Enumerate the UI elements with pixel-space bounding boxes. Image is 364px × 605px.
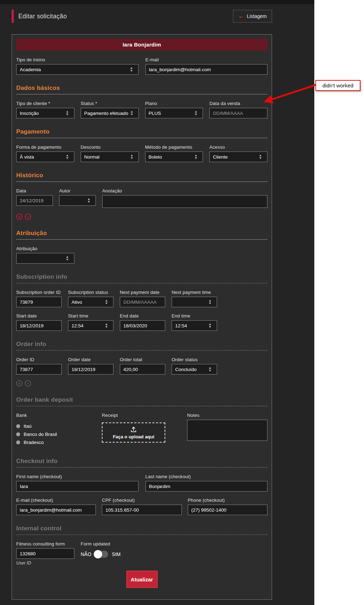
start-time-select[interactable]: 12:54 bbox=[68, 320, 113, 331]
order-date-label: Order date bbox=[68, 357, 113, 362]
page-title: Editar solicitação bbox=[18, 13, 67, 20]
start-time-label: Start time bbox=[68, 313, 113, 319]
plano-select[interactable]: PLUS bbox=[145, 108, 203, 118]
atribuicao-select[interactable] bbox=[16, 253, 74, 264]
status-label: Status * bbox=[81, 101, 139, 106]
receipt-upload-dropzone[interactable]: Faça o upload aqui bbox=[102, 422, 165, 443]
select-arrows-icon bbox=[130, 67, 133, 72]
order-status-select[interactable]: Concluído bbox=[172, 364, 217, 375]
subscription-order-id-input[interactable] bbox=[16, 297, 62, 307]
fitness-form-input[interactable] bbox=[16, 548, 74, 559]
notes-textarea[interactable] bbox=[187, 420, 267, 441]
select-arrows-icon bbox=[87, 198, 91, 203]
add-row-icon[interactable]: + bbox=[16, 214, 23, 220]
upload-icon bbox=[130, 426, 137, 433]
metodo-pagamento-label: Método de pagamento bbox=[145, 144, 203, 150]
section-internal-control: Internal control bbox=[16, 525, 267, 535]
bank-radio-itau[interactable]: Itaú bbox=[16, 424, 95, 429]
form-updated-toggle[interactable] bbox=[95, 551, 108, 558]
order-date-input[interactable] bbox=[68, 364, 113, 375]
annotation-note: didn't worked bbox=[315, 80, 360, 91]
cpf-input[interactable] bbox=[102, 505, 181, 515]
section-subscription-info: Subscription info bbox=[16, 273, 267, 283]
phone-input[interactable] bbox=[188, 505, 267, 515]
annotation-arrow bbox=[260, 79, 320, 106]
anotacao-label: Anotação bbox=[102, 188, 267, 193]
status-select[interactable]: Pagamento efetuado bbox=[81, 108, 139, 118]
select-arrows-icon bbox=[259, 155, 262, 159]
data-venda-input[interactable] bbox=[209, 108, 267, 118]
next-payment-time-select[interactable] bbox=[172, 297, 217, 307]
order-id-input[interactable] bbox=[16, 364, 62, 375]
atualizar-button[interactable]: Atualizar bbox=[127, 571, 158, 588]
email-input[interactable] bbox=[146, 64, 268, 75]
section-order-bank-deposit: Order bank deposit bbox=[16, 396, 267, 406]
plano-label: Plano bbox=[145, 101, 203, 106]
toggle-knob bbox=[94, 550, 102, 558]
subscription-status-label: Subscription status bbox=[68, 290, 113, 295]
title-accent-bar bbox=[12, 10, 14, 23]
end-time-select[interactable]: 12:54 bbox=[172, 320, 217, 331]
toggle-on-label: SIM bbox=[112, 551, 121, 557]
select-arrows-icon bbox=[66, 155, 69, 159]
header: Editar solicitação ← Listagem bbox=[12, 8, 272, 24]
section-order-info: Order info bbox=[16, 341, 267, 351]
select-arrows-icon bbox=[130, 155, 134, 159]
end-date-input[interactable] bbox=[120, 320, 165, 331]
forma-pagamento-select[interactable]: À vista bbox=[16, 152, 74, 162]
section-historico: Histórico bbox=[16, 172, 267, 182]
tipo-treino-select[interactable]: Academia bbox=[16, 64, 138, 75]
listagem-button[interactable]: ← Listagem bbox=[233, 10, 272, 23]
bank-label: Bank bbox=[16, 413, 95, 418]
radio-icon bbox=[16, 440, 20, 444]
select-arrows-icon bbox=[195, 155, 198, 159]
bank-radio-banco-do-brasil[interactable]: Banco do Brasil bbox=[16, 432, 95, 437]
order-total-label: Order total bbox=[120, 357, 165, 362]
tipo-cliente-label: Tipo de cliente * bbox=[16, 101, 74, 106]
acesso-label: Acesso bbox=[209, 144, 267, 150]
autor-select[interactable] bbox=[59, 195, 96, 206]
metodo-pagamento-select[interactable]: Boleto bbox=[145, 152, 203, 162]
acesso-select[interactable]: Cliente bbox=[209, 152, 267, 162]
remove-row-icon[interactable]: − bbox=[25, 214, 31, 220]
add-row-icon[interactable]: + bbox=[16, 380, 23, 387]
order-total-input[interactable] bbox=[120, 364, 165, 375]
notes-label: Notes bbox=[187, 413, 267, 418]
customer-name-banner: Iara Bonjardim bbox=[16, 39, 267, 50]
receipt-label: Receipt bbox=[102, 413, 181, 418]
anotacao-textarea[interactable] bbox=[102, 195, 267, 208]
forma-pagamento-label: Forma de pagamento bbox=[16, 144, 74, 150]
first-name-input[interactable] bbox=[16, 481, 138, 492]
bank-radio-bradesco[interactable]: Bradesco bbox=[16, 440, 95, 445]
remove-row-icon[interactable]: − bbox=[25, 380, 31, 387]
radio-icon bbox=[16, 432, 20, 436]
desconto-select[interactable]: Normal bbox=[81, 152, 139, 162]
select-arrows-icon bbox=[209, 300, 212, 304]
select-arrows-icon bbox=[130, 111, 134, 116]
back-arrow-icon: ← bbox=[238, 13, 244, 19]
end-date-label: End date bbox=[120, 313, 165, 319]
user-id-help-text: User ID bbox=[16, 561, 74, 566]
last-name-input[interactable] bbox=[146, 481, 268, 492]
historico-data-input[interactable] bbox=[16, 195, 53, 206]
data-venda-label: Data da venda bbox=[209, 101, 267, 106]
phone-label: Phone (checkout) bbox=[188, 498, 267, 503]
next-payment-date-label: Next payment date bbox=[120, 290, 165, 295]
order-status-label: Order status bbox=[172, 357, 217, 362]
fitness-form-label: Fitness consulting form bbox=[16, 541, 74, 547]
checkout-email-input[interactable] bbox=[16, 505, 96, 515]
cpf-label: CPF (checkout) bbox=[102, 498, 181, 503]
autor-label: Autor bbox=[59, 188, 96, 193]
subscription-order-id-label: Subscription order ID bbox=[16, 290, 62, 295]
subscription-status-select[interactable]: Ativo bbox=[68, 297, 113, 307]
radio-icon bbox=[16, 424, 20, 428]
section-atribuicao: Atribuição bbox=[16, 230, 267, 240]
tipo-cliente-select[interactable]: Inscrição bbox=[16, 108, 74, 118]
listagem-label: Listagem bbox=[247, 13, 267, 19]
section-checkout-info: Checkout info bbox=[16, 458, 267, 468]
first-name-label: First name (checkout) bbox=[16, 474, 138, 479]
start-date-input[interactable] bbox=[16, 320, 62, 331]
select-arrows-icon bbox=[105, 323, 108, 328]
end-time-label: End time bbox=[172, 313, 217, 319]
next-payment-date-input[interactable] bbox=[120, 297, 165, 307]
